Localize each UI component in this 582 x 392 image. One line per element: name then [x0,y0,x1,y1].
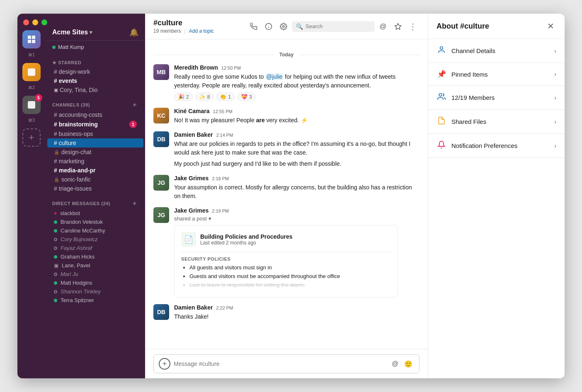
notification-prefs-item[interactable]: Notification Preferences › [428,134,565,158]
at-mention-button[interactable]: @ [389,358,401,370]
add-workspace-button[interactable]: + [22,128,41,147]
message-row: MB Meredith Brown 12:50 PM Really need t… [153,64,420,101]
message-author[interactable]: Damien Baker [174,304,213,311]
close-panel-button[interactable]: ✕ [545,20,556,32]
unread-badge: 1 [129,121,137,128]
app-icon-2[interactable] [22,63,41,81]
close-button[interactable] [23,19,29,25]
reaction-heart[interactable]: 💝3 [237,92,256,101]
workspace-name[interactable]: Acme Sites ▾ [52,29,92,36]
dm-fayaz[interactable]: Fayaz Ashraf [47,244,143,252]
message-text: Really need to give some Kudos to @julie… [174,73,420,90]
sidebar-item-media-and-pr[interactable]: # media-and-pr [47,166,143,175]
pinned-items-item[interactable]: 📌 Pinned Items › [428,63,565,86]
channel-name: design-work [59,68,90,75]
dm-lane-pavel[interactable]: ▣ Lane, Pavel [47,261,143,270]
reaction-party[interactable]: 🎉2 [174,92,193,101]
dm-caroline[interactable]: Caroline McCarthy [47,226,143,235]
dm-shannon[interactable]: Shannon Tinkley [47,287,143,296]
app-window: ⌘1 ⌘2 5 ⌘3 + Acme Sites ▾ 🔔 Matt Kump [17,14,565,378]
sidebar-item-sonic-fanfic[interactable]: 🔒 sonic-fanfic [47,175,143,184]
avatar: MB [153,64,169,80]
dm-name: Matt Hodgins [61,280,92,286]
message-author[interactable]: Kiné Camara [174,108,210,114]
sidebar-item-design-chat[interactable]: 🔒 design-chat [47,148,143,157]
call-button[interactable] [247,20,260,33]
add-dm-button[interactable]: + [131,200,138,207]
sidebar-item-marketing[interactable]: # marketing [47,157,143,166]
dm-slackbot[interactable]: ♥ slackbot [47,209,143,218]
user-display-name: Matt Kump [58,44,84,50]
chevron-right-icon: › [554,119,556,125]
maximize-button[interactable] [41,19,47,25]
starred-button[interactable] [391,20,405,33]
starred-section-header[interactable]: ★ STARRED [46,53,145,67]
message-author[interactable]: Damien Baker [174,131,213,138]
dm-name: Fayaz Ashraf [61,245,92,251]
dm-mari[interactable]: Mari Ju [47,270,143,278]
sidebar-item-triage-issues[interactable]: # triage-issues [47,184,143,193]
message-row: JG Jake Grimes 2:19 PM shared a post ▾ 📄 [153,207,420,298]
message-author[interactable]: Jake Grimes [174,175,209,181]
dm-section-header[interactable]: DIRECT MESSAGES (24) + [46,193,145,209]
sidebar-item-design-work[interactable]: # design-work [47,67,143,76]
shared-files-item[interactable]: Shared Files › [428,110,565,134]
panel-item-left: 12/19 Members [436,92,495,103]
channels-label: CHANNELS (39) [52,102,90,107]
sidebar-item-business-ops[interactable]: # business-ops [47,129,143,138]
dm-graham[interactable]: Graham Hicks [47,252,143,261]
settings-button[interactable] [277,20,290,33]
more-actions-button[interactable]: ⋮ [406,20,420,33]
members-item[interactable]: 12/19 Members › [428,86,565,110]
mention-button[interactable]: @ [376,20,390,33]
sidebar-item-cory-tina-dio[interactable]: ▣ Cory, Tina, Dio [47,85,143,94]
channel-details-item[interactable]: Channel Details › [428,39,565,63]
panel-item-left: Notification Preferences [436,140,517,151]
message-content: Jake Grimes 2:19 PM shared a post ▾ 📄 Bu… [174,207,420,298]
info-button[interactable] [262,20,275,33]
app-icon-1[interactable] [22,30,41,48]
message-text: No! It was my pleasure! People are very … [174,116,420,125]
channel-name: events [59,77,77,84]
message-author[interactable]: Jake Grimes [174,207,209,214]
message-text: Thanks Jake! [174,312,420,321]
dm-brandon[interactable]: Brandon Velestuk [47,218,143,226]
post-document-icon: 📄 [181,232,196,247]
sidebar-item-accounting-costs[interactable]: # accounting-costs [47,110,143,119]
mention[interactable]: @julie [265,73,283,80]
minimize-button[interactable] [32,19,38,25]
channel-details-icon [436,46,446,56]
emoji-button[interactable]: 🙂 [403,358,414,370]
app-icon-3[interactable]: 5 [22,96,41,114]
away-status-dot [54,290,57,293]
dm-cory[interactable]: Cory Bujnowicz [47,235,143,244]
notifications-bell[interactable]: 🔔 [129,28,138,37]
dm-matt-hodgins[interactable]: Matt Hodgins [47,278,143,287]
date-divider: Today [153,52,420,58]
attach-button[interactable]: + [159,358,170,370]
reaction-sparkles[interactable]: ✨8 [195,92,214,101]
shared-post-card[interactable]: 📄 Building Policies and Procedures Last … [174,225,398,298]
sidebar-item-culture[interactable]: # culture [47,138,143,148]
sidebar-item-events[interactable]: # events [47,76,143,85]
sidebar-item-brainstorming[interactable]: # brainstorming 1 [47,119,143,129]
list-item: Last to leave is responsible for setting… [189,281,391,289]
chevron-right-icon: › [554,94,556,101]
lock-icon: 🔒 [54,177,60,182]
message-input[interactable] [174,361,386,367]
svg-rect-0 [28,68,35,76]
chat-messages-area: Today MB Meredith Brown 12:50 PM Really … [145,39,428,349]
reaction-clap[interactable]: 👏1 [216,92,235,101]
shared-post-indicator: shared a post ▾ [174,215,420,222]
channel-name: business-ops [59,131,93,137]
message-author[interactable]: Meredith Brown [174,64,218,71]
add-topic-link[interactable]: Add a topic [189,28,214,34]
add-channel-button[interactable]: + [131,101,138,109]
channel-name: sonic-fanfic [61,176,91,183]
dm-terra[interactable]: Terra Spitzner [47,296,143,305]
dm-label: DIRECT MESSAGES (24) [52,201,110,206]
message-time: 2:14 PM [216,133,233,138]
search-input[interactable] [306,23,371,29]
channels-section-header[interactable]: CHANNELS (39) + [46,94,145,110]
list-item: Guests and visitors must be accompanied … [189,273,391,280]
